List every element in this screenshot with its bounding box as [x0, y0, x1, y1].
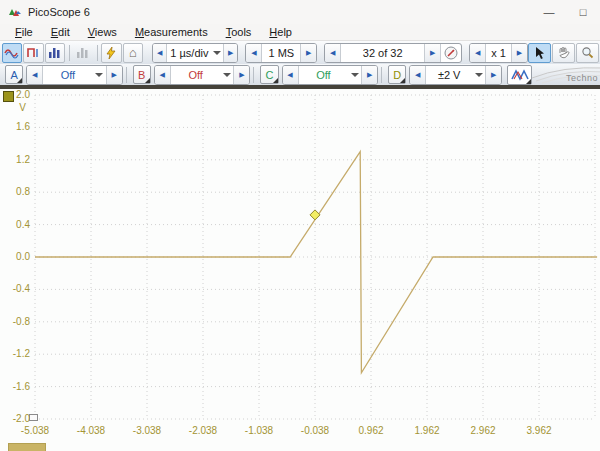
samples-decrease-button[interactable]: ◀ [246, 44, 262, 62]
toolbar-separator [253, 67, 254, 83]
menu-help[interactable]: Help [260, 25, 301, 39]
chevron-down-icon [475, 73, 483, 77]
x-tick-label: -5.038 [13, 425, 57, 436]
channel-b-range-decrease[interactable]: ◀ [155, 66, 171, 84]
channel-d-range-value[interactable]: ±2 V [426, 69, 472, 81]
buffer-overview-button[interactable] [440, 44, 461, 62]
channel-d-range-decrease[interactable]: ◀ [410, 66, 426, 84]
x-tick-label: -3.038 [125, 425, 169, 436]
timebase-control: ◀ 1 µs/div ▶ [152, 43, 238, 63]
zoom-factor-value[interactable]: x 1 [486, 47, 511, 59]
math-channels-button[interactable] [507, 65, 532, 85]
x-tick-label: 1.962 [405, 425, 449, 436]
channel-a-range-increase[interactable]: ▶ [106, 66, 122, 84]
chevron-down-icon [223, 73, 231, 77]
channel-toolbar: A ◀ Off ▶ B ◀ Off ▶ C ◀ Off ▶ D ◀ ±2 V [0, 64, 600, 85]
channel-c-range-decrease[interactable]: ◀ [283, 66, 299, 84]
channel-c-label: C [266, 69, 274, 81]
y-tick-label: 0.8 [0, 186, 30, 197]
timebase-increase-button[interactable]: ▶ [223, 44, 237, 62]
samples-increase-button[interactable]: ▶ [300, 44, 316, 62]
channel-c-range-control: ◀ Off ▶ [282, 65, 379, 85]
pointer-tools [528, 43, 600, 63]
channel-a-label: A [10, 69, 17, 81]
pan-tool-button[interactable] [552, 43, 575, 63]
channel-c-options-button[interactable]: C [260, 65, 278, 84]
y-tick-label: 2.0 [0, 89, 30, 100]
axis-zero-marker[interactable] [29, 414, 38, 421]
trigger-marker[interactable] [310, 210, 320, 220]
channel-d-label: D [393, 69, 401, 81]
toolbar-separator [69, 45, 70, 61]
persistence-view-button[interactable] [23, 43, 43, 63]
channel-c-range-value[interactable]: Off [299, 69, 349, 81]
channel-a-range-decrease[interactable]: ◀ [27, 66, 43, 84]
menu-bar: File Edit Views Measurements Tools Help [0, 24, 600, 41]
minimize-button[interactable]: — [532, 1, 566, 23]
gray-bars-icon [75, 47, 91, 59]
y-tick-label: -0.8 [0, 316, 30, 327]
zoom-increase-button[interactable]: ▶ [511, 44, 527, 62]
channel-d-trace [35, 152, 597, 373]
hand-icon [557, 46, 570, 60]
channel-a-options-button[interactable]: A [5, 65, 23, 84]
x-tick-label: -1.038 [237, 425, 281, 436]
menu-measurements[interactable]: Measurements [126, 25, 217, 39]
buffer-previous-button[interactable]: ◀ [325, 44, 341, 62]
waveform-plot [0, 89, 600, 451]
y-tick-label: 0.0 [0, 251, 30, 262]
title-bar: PicoScope 6 — □ [0, 0, 600, 24]
axis-offset-indicator[interactable] [8, 443, 46, 451]
menu-edit[interactable]: Edit [42, 25, 79, 39]
maximize-button[interactable]: □ [566, 1, 600, 23]
toolbar-separator [381, 67, 382, 83]
home-button[interactable]: ⌂ [123, 43, 143, 63]
scope-view-button[interactable] [2, 43, 22, 63]
zoom-tool-button[interactable] [576, 43, 599, 63]
square-wave-icon [26, 47, 42, 59]
menu-views[interactable]: Views [79, 25, 126, 39]
spectrum-view-button[interactable] [45, 43, 65, 63]
channel-b-dropdown[interactable] [220, 73, 233, 77]
buffer-next-button[interactable]: ▶ [424, 44, 440, 62]
home-icon: ⌂ [129, 46, 137, 59]
timebase-dropdown[interactable] [212, 51, 224, 55]
samples-value[interactable]: 1 MS [262, 47, 300, 59]
channel-a-range-control: ◀ Off ▶ [26, 65, 123, 85]
x-tick-label: 2.962 [461, 425, 505, 436]
chevron-down-icon [213, 51, 221, 55]
x-tick-label: -0.038 [293, 425, 337, 436]
y-tick-label: -0.4 [0, 283, 30, 294]
pointer-tool-button[interactable] [528, 43, 551, 63]
buffer-navigation-control: ◀ 32 of 32 ▶ [324, 43, 462, 63]
y-tick-label: 0.4 [0, 219, 30, 230]
timebase-decrease-button[interactable]: ◀ [153, 44, 167, 62]
auto-setup-button[interactable] [101, 43, 121, 63]
channel-b-options-button[interactable]: B [133, 65, 151, 84]
timebase-value[interactable]: 1 µs/div [167, 47, 211, 59]
main-toolbar: ⌂ ◀ 1 µs/div ▶ ◀ 1 MS ▶ ◀ 32 of 32 ▶ [0, 41, 600, 64]
buffer-position-value[interactable]: 32 of 32 [341, 47, 424, 59]
menu-file[interactable]: File [6, 25, 42, 39]
spectrum-bars-icon [47, 47, 63, 59]
channel-c-range-increase[interactable]: ▶ [361, 66, 377, 84]
channel-a-range-value[interactable]: Off [43, 69, 93, 81]
sine-wave-icon [4, 47, 20, 59]
menu-tools[interactable]: Tools [217, 25, 261, 39]
picoscope-window: PicoScope 6 — □ File Edit Views Measurem… [0, 0, 600, 451]
channel-d-dropdown[interactable] [472, 73, 485, 77]
channel-b-range-value[interactable]: Off [171, 69, 221, 81]
channel-b-range-increase[interactable]: ▶ [233, 66, 249, 84]
channel-d-options-button[interactable]: D [388, 65, 406, 84]
alternate-view-button-disabled [73, 43, 93, 63]
watermark-text: Techno [566, 73, 598, 83]
zoom-decrease-button[interactable]: ◀ [470, 44, 486, 62]
picoscope-logo-icon [8, 6, 22, 19]
y-tick-label: -1.2 [0, 348, 30, 359]
y-tick-label: -1.6 [0, 381, 30, 392]
channel-a-dropdown[interactable] [93, 73, 106, 77]
channel-c-dropdown[interactable] [348, 73, 361, 77]
x-tick-label: -2.038 [181, 425, 225, 436]
scope-view-area[interactable]: V 2.01.61.20.80.40.0-0.4-0.8-1.2-1.6-2.0… [0, 89, 600, 451]
channel-d-range-increase[interactable]: ▶ [485, 66, 501, 84]
